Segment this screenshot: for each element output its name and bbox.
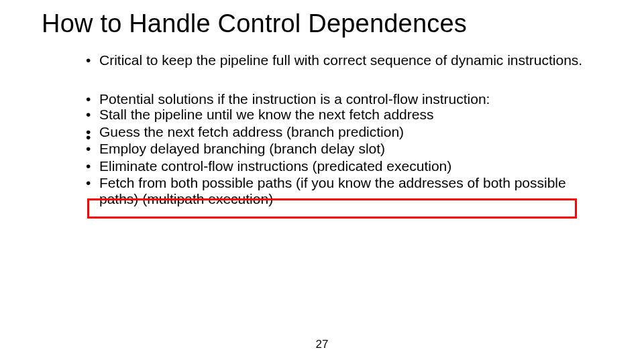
slide-body: Critical to keep the pipeline full with … (85, 52, 604, 208)
page-number: 27 (0, 338, 644, 351)
bullet-item: Critical to keep the pipeline full with … (85, 52, 604, 68)
sub-bullet-text: Employ delayed branching (branch delay s… (99, 141, 385, 156)
sub-bullet-text: Eliminate control-flow instructions (pre… (99, 158, 451, 174)
slide: How to Handle Control Dependences Critic… (0, 0, 644, 362)
bullet-list-level2: Stall the pipeline until we know the nex… (85, 107, 604, 206)
sub-bullet-item: Guess the next fetch address (branch pre… (85, 124, 604, 140)
sub-bullet-item: Employ delayed branching (branch delay s… (85, 141, 604, 157)
bullet-list-level1: Critical to keep the pipeline full with … (85, 52, 604, 107)
bullet-text: Potential solutions if the instruction i… (99, 91, 490, 107)
sub-bullet-text: Guess the next fetch address (branch pre… (99, 124, 404, 139)
bullet-text: Critical to keep the pipeline full with … (99, 52, 582, 68)
bullet-item: Potential solutions if the instruction i… (85, 91, 604, 107)
sub-bullet-item: Stall the pipeline until we know the nex… (85, 107, 604, 123)
sub-bullet-text: Stall the pipeline until we know the nex… (99, 107, 433, 122)
slide-title: How to Handle Control Dependences (42, 11, 467, 38)
highlight-box (87, 198, 577, 219)
sub-bullet-item: Eliminate control-flow instructions (pre… (85, 158, 604, 174)
